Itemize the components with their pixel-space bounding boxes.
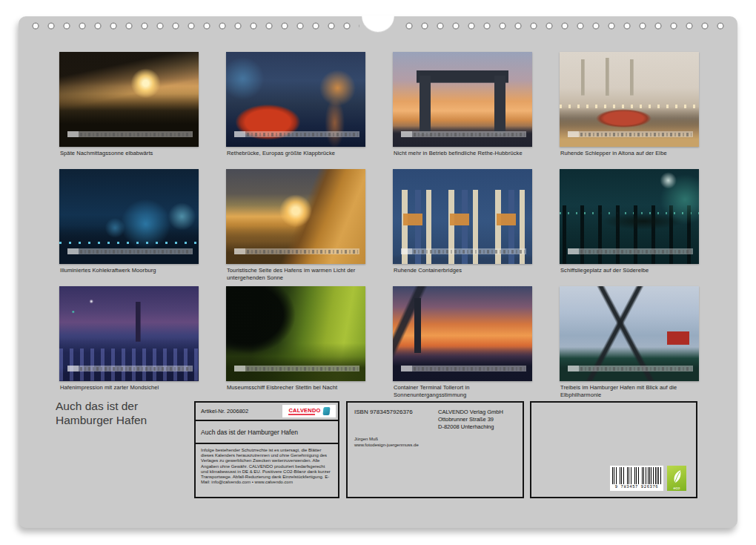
photo-caption: Treibeis im Hamburger Hafen mit Blick au… — [560, 384, 699, 398]
watermark-strip — [412, 131, 526, 137]
barcode: 9 783457 926376 — [610, 466, 663, 491]
binding-holes-left — [28, 22, 359, 30]
photo-thumbnail: Touristische Seite des Hafens im warmen … — [226, 169, 365, 286]
photo-grid: Späte Nachmittagssonne elbabwärts Retheb… — [59, 52, 699, 403]
photo-image — [226, 169, 365, 264]
photo-image — [59, 169, 199, 264]
photo-caption: Ruhende Containerbridges — [394, 267, 532, 274]
photo-caption: Touristische Seite des Hafens im warmen … — [227, 267, 365, 281]
photo-thumbnail: Schiffsliegeplatz auf der Süderelbe — [560, 169, 699, 286]
watermark-strip — [412, 366, 526, 371]
watermark-strip — [579, 131, 693, 137]
calendar-title-line1: Auch das ist der — [56, 400, 147, 414]
photo-caption: Hafenimpression mit zarter Mondsichel — [60, 384, 199, 392]
photo-image — [226, 286, 365, 381]
photo-thumbnail: Museumsschiff Eisbrecher Stettin bei Nac… — [226, 286, 365, 403]
photo-thumbnail: Späte Nachmittagssonne elbabwärts — [59, 52, 199, 169]
photo-thumbnail: Ruhende Containerbridges — [393, 169, 532, 286]
barcode-digits: 9 783457 926376 — [615, 484, 659, 490]
watermark-strip — [579, 248, 693, 254]
photo-caption: Museumsschiff Eisbrecher Stettin bei Nac… — [227, 384, 365, 392]
photo-thumbnail: Rethebrücke, Europas größte Klappbrücke — [226, 52, 365, 169]
photo-thumbnail: Nicht mehr in Betrieb befindliche Rethe-… — [393, 52, 532, 169]
article-number-row: Artikel-Nr. 2006802 CALVENDO — [196, 403, 338, 421]
publisher-city: D-82008 Unterhaching — [438, 423, 503, 431]
leaf-icon — [672, 469, 683, 484]
photo-caption: Späte Nachmittagssonne elbabwärts — [60, 150, 199, 157]
calvendo-logo: CALVENDO — [282, 405, 336, 417]
photo-caption: Container Terminal Tollerort in Sonnenun… — [394, 384, 532, 398]
watermark-strip — [79, 131, 193, 137]
publisher-info-box: ISBN 9783457926376 CALVENDO Verlag GmbH … — [346, 401, 524, 498]
eco-logo: eco — [667, 466, 686, 491]
watermark-strip — [79, 248, 193, 254]
barcode-box: 9 783457 926376 eco — [530, 401, 697, 498]
author-website: www.fotodesign-juergenmuss.de — [354, 442, 419, 448]
calvendo-logo-tagline — [288, 414, 315, 415]
publisher-name: CALVENDO Verlag GmbH — [438, 409, 503, 416]
isbn-text: ISBN 9783457926376 — [354, 409, 413, 415]
calendar-title-small: Auch das ist der Hamburger Hafen — [196, 421, 338, 444]
photo-caption: Rethebrücke, Europas größte Klappbrücke — [227, 150, 365, 157]
binding-holes-right — [402, 22, 732, 30]
photo-image — [560, 169, 699, 264]
photo-caption: Nicht mehr in Betrieb befindliche Rethe-… — [394, 150, 532, 157]
photo-image — [226, 52, 365, 147]
photo-image — [393, 286, 532, 381]
photo-image — [560, 286, 699, 381]
photo-caption: Ruhende Schlepper in Altona auf der Elbe — [560, 150, 699, 157]
hanger-notch — [362, 16, 394, 33]
watermark-strip — [579, 366, 693, 371]
product-info-box: Artikel-Nr. 2006802 CALVENDO Auch das is… — [194, 401, 339, 498]
article-number: Artikel-Nr. 2006802 — [201, 408, 248, 414]
author-name: Jürgen Muß — [354, 436, 419, 442]
calvendo-logo-text: CALVENDO — [288, 408, 320, 414]
photo-thumbnail: Container Terminal Tollerort in Sonnenun… — [393, 286, 532, 403]
watermark-strip — [245, 366, 359, 371]
watermark-strip — [245, 248, 359, 254]
watermark-strip — [79, 366, 193, 371]
photo-image — [59, 52, 199, 147]
calvendo-logo-icon — [322, 407, 330, 415]
photo-thumbnail: Hafenimpression mit zarter Mondsichel — [59, 286, 199, 403]
watermark-strip — [412, 248, 526, 254]
calendar-back-page: Späte Nachmittagssonne elbabwärts Retheb… — [19, 16, 737, 528]
watermark-strip — [245, 131, 359, 137]
photo-image — [59, 286, 199, 381]
photo-image — [393, 169, 532, 264]
publisher-street: Ottobrunner Straße 39 — [438, 416, 503, 423]
photo-caption: Illuminiertes Kohlekraftwerk Moorburg — [60, 267, 199, 274]
photo-image — [393, 52, 532, 147]
eco-label: eco — [667, 486, 686, 491]
photo-thumbnail: Illuminiertes Kohlekraftwerk Moorburg — [59, 169, 199, 286]
author-block: Jürgen Muß www.fotodesign-juergenmuss.de — [354, 436, 419, 448]
photo-thumbnail: Treibeis im Hamburger Hafen mit Blick au… — [560, 286, 699, 403]
photo-image — [560, 52, 699, 147]
publisher-address: CALVENDO Verlag GmbH Ottobrunner Straße … — [438, 409, 503, 430]
barcode-bars — [612, 467, 661, 484]
legal-text: Infolge bestehender Schutzrechte ist es … — [196, 444, 338, 497]
photo-thumbnail: Ruhende Schlepper in Altona auf der Elbe — [560, 52, 699, 169]
calendar-title: Auch das ist der Hamburger Hafen — [56, 400, 147, 428]
photo-caption: Schiffsliegeplatz auf der Süderelbe — [560, 267, 699, 274]
calendar-title-line2: Hamburger Hafen — [56, 414, 147, 428]
